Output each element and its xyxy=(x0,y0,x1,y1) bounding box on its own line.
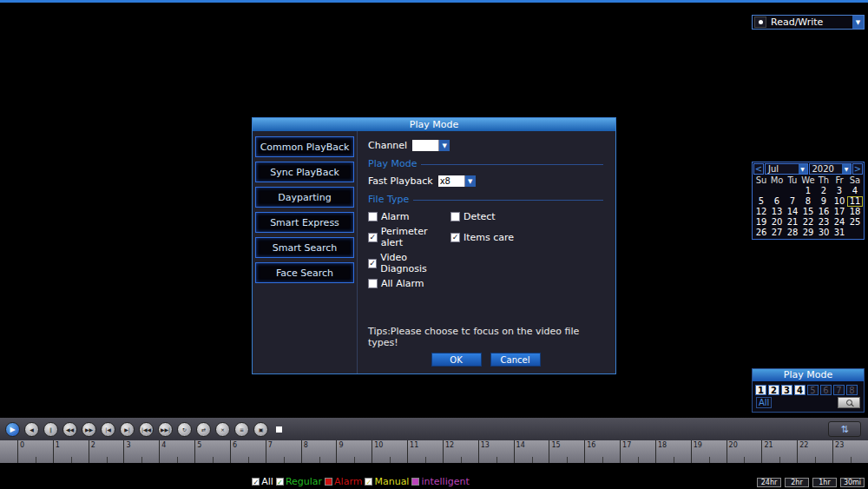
timeline-hour-10[interactable]: 10 xyxy=(372,440,407,463)
calendar-day-19[interactable]: 19 xyxy=(753,217,769,228)
calendar-day-13[interactable]: 13 xyxy=(769,207,785,217)
timeline-hour-23[interactable]: 23 xyxy=(832,440,868,463)
legend-item-regular[interactable]: ✓Regular xyxy=(276,476,322,487)
dropdown-arrow-icon[interactable]: ▼ xyxy=(799,164,807,174)
calendar-day-2[interactable]: 2 xyxy=(816,186,832,196)
timeline-hour-4[interactable]: 4 xyxy=(159,440,194,463)
calendar-day-10[interactable]: 10 xyxy=(832,196,847,207)
timeline-hour-18[interactable]: 18 xyxy=(655,440,691,463)
timeline-hour-22[interactable]: 22 xyxy=(797,440,832,463)
timeline-hour-9[interactable]: 9 xyxy=(336,440,372,463)
checkbox-items-care[interactable]: ✓Items care xyxy=(450,226,533,248)
month-dropdown[interactable]: Jul ▼ xyxy=(765,163,808,175)
calendar-day-4[interactable]: 4 xyxy=(847,186,863,196)
calendar-day-30[interactable]: 30 xyxy=(816,228,832,238)
calendar-day-23[interactable]: 23 xyxy=(816,217,832,228)
channel-button-6[interactable]: 6 xyxy=(820,385,832,395)
sidebar-button-face-search[interactable]: Face Search xyxy=(255,262,354,283)
prev-file-button[interactable]: |◀◀ xyxy=(139,422,154,437)
range-button-2hr[interactable]: 2hr xyxy=(785,478,809,487)
timeline-hour-13[interactable]: 13 xyxy=(478,440,514,463)
rewind-button[interactable]: ◀◀ xyxy=(62,422,77,437)
checkbox-alarm[interactable]: Alarm xyxy=(368,211,450,222)
sidebar-button-smart-search[interactable]: Smart Search xyxy=(255,237,354,258)
calendar-day-7[interactable]: 7 xyxy=(785,196,800,207)
legend-item-alarm[interactable]: Alarm xyxy=(325,476,362,487)
timeline-hour-16[interactable]: 16 xyxy=(584,440,620,463)
calendar-prev-button[interactable]: < xyxy=(753,163,764,175)
channel-button-8[interactable]: 8 xyxy=(846,385,858,395)
timeline-hour-0[interactable]: 0 xyxy=(17,440,53,463)
cancel-button[interactable]: Cancel xyxy=(490,353,541,367)
checkbox-detect[interactable]: Detect xyxy=(450,211,533,222)
calendar-day-16[interactable]: 16 xyxy=(816,207,832,217)
calendar-day-28[interactable]: 28 xyxy=(785,228,800,238)
prev-frame-button[interactable]: |◀ xyxy=(101,422,115,437)
legend-item-all[interactable]: ✓All xyxy=(252,476,273,487)
range-button-24hr[interactable]: 24hr xyxy=(757,478,781,487)
range-button-1hr[interactable]: 1hr xyxy=(812,478,837,487)
timeline-hour-3[interactable]: 3 xyxy=(123,440,159,463)
timeline-hour-21[interactable]: 21 xyxy=(761,440,797,463)
calendar-day-11[interactable]: 11 xyxy=(847,196,863,207)
channel-button-3[interactable]: 3 xyxy=(781,385,792,395)
calendar-day-25[interactable]: 25 xyxy=(847,217,863,228)
shuffle-button[interactable]: ⇄ xyxy=(196,422,211,437)
calendar-day-29[interactable]: 29 xyxy=(800,228,816,238)
checkbox-video-diagnosis[interactable]: ✓Video Diagnosis xyxy=(368,252,450,274)
timeline-hour-11[interactable]: 11 xyxy=(407,440,443,463)
checkbox-perimeter-alert[interactable]: ✓Perimeter alert xyxy=(368,226,450,248)
timeline-hour-17[interactable]: 17 xyxy=(620,440,655,463)
sidebar-button-common-playback[interactable]: Common PlayBack xyxy=(255,136,354,157)
calendar-next-button[interactable]: > xyxy=(852,163,863,175)
calendar-day-21[interactable]: 21 xyxy=(785,217,800,228)
timeline-hour-14[interactable]: 14 xyxy=(514,440,549,463)
calendar-day-24[interactable]: 24 xyxy=(832,217,847,228)
timeline-hour-20[interactable]: 20 xyxy=(727,440,762,463)
timeline-hour-5[interactable]: 5 xyxy=(194,440,230,463)
channel-button-7[interactable]: 7 xyxy=(833,385,845,395)
panel-toggle-button[interactable]: ⇅ xyxy=(828,421,861,437)
checkbox-all-alarm[interactable]: All Alarm xyxy=(368,278,450,289)
calendar-day-3[interactable]: 3 xyxy=(832,186,847,196)
dropdown-arrow-icon[interactable]: ▼ xyxy=(852,16,864,29)
timeline-hour-7[interactable]: 7 xyxy=(266,440,301,463)
timeline-ruler[interactable]: 01234567891011121314151617181920212223 xyxy=(0,440,868,463)
calendar-day-26[interactable]: 26 xyxy=(753,228,769,238)
next-frame-button[interactable]: ▶| xyxy=(120,422,135,437)
dropdown-arrow-icon[interactable]: ▼ xyxy=(464,175,476,187)
calendar-day-14[interactable]: 14 xyxy=(785,207,800,217)
snapshot-button[interactable]: ▣ xyxy=(253,422,268,437)
calendar-day-18[interactable]: 18 xyxy=(847,207,863,217)
timeline-hour-2[interactable]: 2 xyxy=(89,440,124,463)
reverse-play-button[interactable]: ◀ xyxy=(24,422,39,437)
timeline-hour-15[interactable]: 15 xyxy=(549,440,584,463)
channel-button-2[interactable]: 2 xyxy=(768,385,779,395)
fast-playback-dropdown[interactable]: x8 ▼ xyxy=(438,175,476,187)
timeline-hour-1[interactable]: 1 xyxy=(53,440,89,463)
calendar-day-20[interactable]: 20 xyxy=(769,217,785,228)
timeline-hour-6[interactable]: 6 xyxy=(230,440,266,463)
mode-selector-dropdown[interactable]: Read/Write ▼ xyxy=(752,15,865,30)
next-file-button[interactable]: ▶▶| xyxy=(158,422,173,437)
sidebar-button-dayparting[interactable]: Dayparting xyxy=(255,187,354,208)
channel-button-5[interactable]: 5 xyxy=(807,385,819,395)
timeline-hour-12[interactable]: 12 xyxy=(443,440,478,463)
loop-button[interactable]: ↻ xyxy=(177,422,192,437)
calendar-day-1[interactable]: 1 xyxy=(800,186,816,196)
dropdown-arrow-icon[interactable]: ▼ xyxy=(842,164,851,174)
timeline-hour-8[interactable]: 8 xyxy=(301,440,337,463)
channel-button-1[interactable]: 1 xyxy=(755,385,766,395)
sidebar-button-smart-express[interactable]: Smart Express xyxy=(255,212,354,233)
calendar-day-22[interactable]: 22 xyxy=(800,217,816,228)
calendar-day-5[interactable]: 5 xyxy=(753,196,769,207)
playlist-button[interactable]: ≡ xyxy=(234,422,249,437)
sidebar-button-sync-playback[interactable]: Sync PlayBack xyxy=(255,162,354,182)
mute-button[interactable]: × xyxy=(215,422,230,437)
calendar-day-15[interactable]: 15 xyxy=(800,207,816,217)
calendar-day-8[interactable]: 8 xyxy=(800,196,816,207)
calendar-day-27[interactable]: 27 xyxy=(769,228,785,238)
fast-forward-button[interactable]: ▶▶ xyxy=(82,422,96,437)
ok-button[interactable]: OK xyxy=(431,353,482,367)
search-button[interactable] xyxy=(838,397,860,408)
